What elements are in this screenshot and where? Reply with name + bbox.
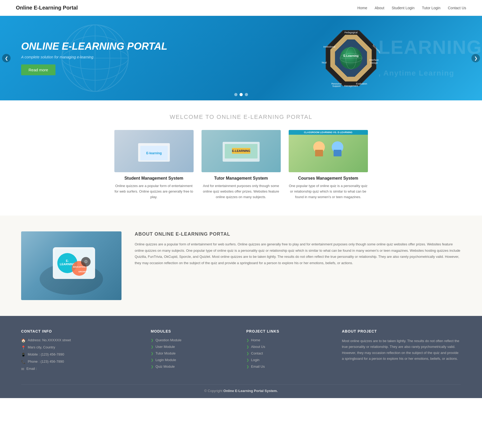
card-student-image: E-learning: [114, 130, 194, 172]
chevron-icon: ❯: [151, 345, 153, 349]
chevron-icon: ❯: [151, 338, 153, 342]
svg-text:Management: Management: [344, 85, 358, 87]
svg-rect-36: [334, 150, 341, 156]
footer-modules-title: MODULES: [151, 329, 236, 333]
welcome-title: WELCOME TO ONLINE E-LEARNING PORTAL: [21, 114, 461, 120]
svg-text:Interface: Interface: [369, 59, 378, 61]
nav-tutor-login[interactable]: Tutor Login: [422, 6, 440, 10]
hero-dot-2[interactable]: [240, 93, 243, 96]
chevron-icon: ❯: [151, 352, 153, 355]
svg-text:Pedagogical: Pedagogical: [344, 31, 358, 34]
footer-mobile: 📱 Mobile : (123) 456-7890: [21, 352, 140, 357]
card-tutor: E-LEARNING Tutor Management System And f…: [202, 130, 281, 200]
card-student-title: Student Management System: [114, 176, 194, 181]
footer-link-home[interactable]: ❯ Home: [246, 338, 331, 342]
about-section-title: ABOUT ONLINE E-LEARNING PORTAL: [135, 231, 461, 237]
card-student: E-learning Student Management System Onl…: [114, 130, 194, 200]
footer-grid: CONTACT INFO 🏠 Address: No.XXXXXX street…: [21, 329, 461, 374]
card-tutor-text: And for entertainment purposes only thou…: [202, 183, 281, 200]
footer-links: PROJECT LINKS ❯ Home ❯ About Us ❯ Contac…: [246, 329, 331, 374]
hero-left-content: ONLINE E-LEARNING PORTAL A complete solu…: [21, 41, 241, 76]
footer-about-project: ABOUT PROJECT Most online quizzes are to…: [342, 329, 461, 374]
svg-text:EDUCATION: EDUCATION: [73, 266, 86, 268]
footer-module-quiz[interactable]: ❯ Quiz Module: [151, 365, 236, 368]
hero-next-arrow[interactable]: ❯: [471, 54, 480, 62]
footer-about-text: Most online quizzes are to be taken ligh…: [342, 338, 461, 361]
hero-right-content: E-Learning Pedagogical Technological Int…: [241, 29, 461, 87]
svg-text:GROWTH: GROWTH: [78, 270, 88, 273]
nav-student-login[interactable]: Student Login: [392, 6, 414, 10]
svg-rect-35: [315, 150, 323, 156]
footer-address: 🏠 Address: No.XXXXXX street: [21, 338, 140, 343]
svg-text:E-: E-: [66, 259, 69, 262]
card-tutor-title: Tutor Management System: [202, 176, 281, 181]
chevron-icon: ❯: [246, 358, 249, 362]
home-icon: 🏠: [21, 338, 26, 343]
phone-icon: 📞: [21, 360, 26, 364]
footer-link-about[interactable]: ❯ About Us: [246, 345, 331, 349]
nav-contact[interactable]: Contact Us: [448, 6, 466, 10]
footer-module-login[interactable]: ❯ Login Module: [151, 358, 236, 362]
svg-text:Support: Support: [332, 85, 341, 87]
hero-dots: [234, 93, 248, 96]
svg-text:⚙: ⚙: [84, 259, 88, 264]
svg-text:Institutional: Institutional: [323, 45, 335, 48]
site-logo: Online E-Learning Portal: [16, 5, 78, 11]
hero-prev-arrow[interactable]: ❮: [2, 54, 11, 62]
nav-home[interactable]: Home: [357, 6, 367, 10]
footer-bottom: © Copyright Online E-Learning Portal Sys…: [21, 384, 461, 393]
nav-about[interactable]: About: [375, 6, 384, 10]
svg-text:Ethical: Ethical: [322, 61, 327, 64]
welcome-section: WELCOME TO ONLINE E-LEARNING PORTAL E-le…: [0, 100, 482, 216]
footer: CONTACT INFO 🏠 Address: No.XXXXXX street…: [0, 316, 482, 398]
footer-module-tutor[interactable]: ❯ Tutor Module: [151, 351, 236, 355]
svg-text:E-LEARNING: E-LEARNING: [232, 149, 250, 152]
about-section: E- LEARNING EDUCATION ⚙ GROWTH ABOUT ONL…: [0, 216, 482, 316]
elearning-octagon: E-Learning Pedagogical Technological Int…: [322, 29, 380, 87]
header: Online E-Learning Portal Home About Stud…: [0, 0, 482, 16]
hero-subtitle: A complete solution for managing e-learn…: [21, 55, 241, 59]
email-icon: ✉: [21, 367, 24, 371]
svg-text:E-Learning: E-Learning: [343, 54, 358, 57]
location-icon: 📍: [21, 346, 26, 350]
footer-links-title: PROJECT LINKS: [246, 329, 331, 333]
chevron-icon: ❯: [246, 352, 249, 355]
card-courses-image: CLASSROOM LEARNING VS. E-LEARNING: [289, 130, 368, 172]
card-courses-text: One popular type of online quiz is a per…: [289, 183, 368, 200]
chevron-icon: ❯: [246, 338, 249, 342]
footer-link-login[interactable]: ❯ Login: [246, 358, 331, 362]
chevron-icon: ❯: [151, 365, 153, 368]
footer-about-title: ABOUT PROJECT: [342, 329, 461, 333]
footer-phone: 📞 Phone : (123) 456-7890: [21, 360, 140, 364]
footer-modules: MODULES ❯ Question Module ❯ User Module …: [151, 329, 236, 374]
svg-text:E-learning: E-learning: [146, 151, 162, 155]
card-tutor-image: E-LEARNING: [202, 130, 281, 172]
footer-link-contact[interactable]: ❯ Contact: [246, 351, 331, 355]
about-image: E- LEARNING EDUCATION ⚙ GROWTH: [21, 231, 121, 300]
mobile-icon: 📱: [21, 353, 26, 357]
cards-row: E-learning Student Management System Onl…: [21, 130, 461, 200]
about-content: ABOUT ONLINE E-LEARNING PORTAL Online qu…: [135, 231, 461, 266]
footer-city: 📍 Mars city, Country: [21, 345, 140, 350]
hero-title: ONLINE E-LEARNING PORTAL: [21, 41, 241, 52]
footer-email: ✉ Email :: [21, 367, 140, 371]
card-courses-title: Courses Management System: [289, 176, 368, 181]
footer-link-email[interactable]: ❯ Email Us: [246, 365, 331, 368]
svg-text:Design: Design: [370, 62, 378, 64]
main-nav: Home About Student Login Tutor Login Con…: [357, 6, 466, 10]
footer-module-question[interactable]: ❯ Question Module: [151, 338, 236, 342]
hero-dot-1[interactable]: [234, 93, 237, 96]
chevron-icon: ❯: [246, 365, 249, 368]
chevron-icon: ❯: [246, 345, 249, 349]
about-text: Online quizzes are a popular form of ent…: [135, 241, 461, 266]
footer-contact-title: CONTACT INFO: [21, 329, 140, 333]
hero-dot-3[interactable]: [245, 93, 248, 96]
card-courses: CLASSROOM LEARNING VS. E-LEARNING Course…: [289, 130, 368, 200]
chevron-icon: ❯: [151, 358, 153, 362]
footer-contact: CONTACT INFO 🏠 Address: No.XXXXXX street…: [21, 329, 140, 374]
hero-readmore-button[interactable]: Read more: [21, 64, 55, 75]
copyright-text: © Copyright Online E-Learning Portal Sys…: [204, 389, 278, 393]
hero-section: ❮ ONLINE E-LEARNING PORTAL A complete so…: [0, 16, 482, 100]
card-student-text: Online quizzes are a popular form of ent…: [114, 183, 194, 200]
footer-module-user[interactable]: ❯ User Module: [151, 345, 236, 349]
